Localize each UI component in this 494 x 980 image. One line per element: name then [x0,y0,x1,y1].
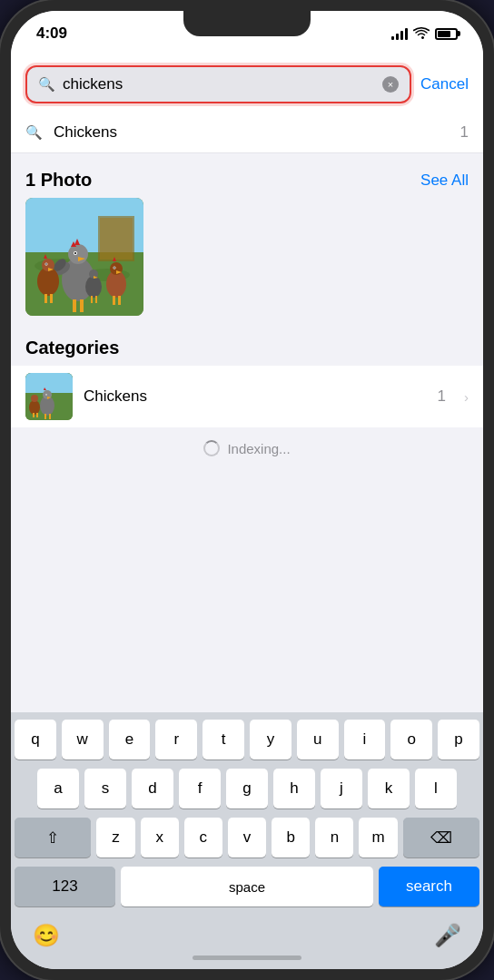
key-i[interactable]: i [344,720,386,760]
mic-icon[interactable]: 🎤 [434,923,461,948]
cancel-button[interactable]: Cancel [420,75,469,93]
photo-thumbnail[interactable] [25,198,143,316]
svg-rect-31 [113,296,115,305]
phone-screen: 4:09 🔍 chickens × [11,11,483,969]
key-n[interactable]: n [315,818,353,858]
phone-frame: 4:09 🔍 chickens × [0,0,494,980]
svg-rect-23 [44,294,47,303]
wifi-icon [413,27,430,40]
svg-rect-15 [73,299,76,312]
status-icons [391,27,458,40]
key-x[interactable]: x [141,818,179,858]
content-area: 🔍 Chickens 1 1 Photo See All [11,113,483,712]
key-d[interactable]: d [132,769,173,808]
key-numbers[interactable]: 123 [15,867,115,906]
suggestion-count: 1 [460,123,469,142]
key-g[interactable]: g [226,769,268,808]
search-magnifier-icon: 🔍 [38,76,55,93]
svg-point-33 [85,276,102,298]
see-all-photos-button[interactable]: See All [420,172,469,190]
category-row[interactable]: Chickens 1 › [11,366,483,427]
svg-point-45 [46,395,47,396]
bottom-bar: 😊 🎤 [11,919,483,956]
key-r[interactable]: r [155,720,197,760]
search-input-wrapper: 🔍 chickens × [25,65,411,103]
key-y[interactable]: y [250,720,291,760]
keyboard-row-3: ⇧ z x c v b n m ⌫ [15,818,479,858]
suggestion-row[interactable]: 🔍 Chickens 1 [11,113,483,153]
home-indicator-area [11,956,483,969]
category-count: 1 [438,387,446,406]
category-name: Chickens [84,387,427,406]
svg-rect-39 [25,373,73,393]
svg-rect-37 [95,296,97,303]
clear-button[interactable]: × [382,76,399,93]
svg-rect-50 [33,413,35,417]
key-l[interactable]: l [415,769,457,808]
suggestion-text: Chickens [54,123,450,142]
key-s[interactable]: s [84,769,126,808]
key-c[interactable]: c [184,818,222,858]
key-space[interactable]: space [121,867,373,906]
search-input[interactable]: chickens [63,75,375,93]
key-e[interactable]: e [109,720,151,760]
svg-rect-51 [36,413,38,417]
keyboard: q w e r t y u i o p a s d f g h j k [11,712,483,919]
signal-icon [391,27,408,40]
key-j[interactable]: j [321,769,362,808]
svg-rect-47 [49,414,51,419]
search-bar-area: 🔍 chickens × Cancel [11,56,483,113]
svg-point-12 [74,252,76,254]
keyboard-row-2: a s d f g h j k l [15,769,479,808]
key-backspace[interactable]: ⌫ [403,818,479,858]
key-shift[interactable]: ⇧ [15,818,91,858]
categories-section: Categories [11,330,483,427]
photo-section [11,198,483,330]
key-z[interactable]: z [96,818,134,858]
key-w[interactable]: w [62,720,104,760]
status-time: 4:09 [36,24,67,43]
notch [183,11,311,36]
key-search[interactable]: search [379,867,479,906]
keyboard-row-1: q w e r t y u i o p [15,720,479,760]
battery-icon [435,28,458,40]
key-q[interactable]: q [15,720,56,760]
photos-section-header: 1 Photo See All [11,153,483,198]
indexing-text: Indexing... [227,441,290,456]
svg-point-49 [31,395,38,402]
suggestion-search-icon: 🔍 [25,124,43,141]
key-v[interactable]: v [228,818,266,858]
indexing-spinner [203,440,220,456]
emoji-icon[interactable]: 😊 [33,923,60,948]
home-bar [193,956,301,960]
key-k[interactable]: k [368,769,410,808]
key-u[interactable]: u [297,720,339,760]
svg-rect-46 [44,414,46,419]
indexing-row: Indexing... [11,427,483,469]
svg-rect-32 [118,296,121,305]
key-p[interactable]: p [438,720,479,760]
svg-point-22 [45,263,47,265]
key-m[interactable]: m [359,818,397,858]
svg-rect-24 [50,294,53,303]
key-a[interactable]: a [37,769,79,808]
photos-section-title: 1 Photo [25,170,92,191]
key-f[interactable]: f [179,769,221,808]
key-t[interactable]: t [203,720,244,760]
svg-rect-5 [100,218,133,260]
key-b[interactable]: b [272,818,310,858]
svg-rect-36 [91,296,93,303]
chevron-right-icon: › [464,389,469,405]
categories-title: Categories [25,338,119,358]
svg-point-30 [114,267,115,269]
categories-header: Categories [11,330,483,366]
category-thumbnail [25,373,73,420]
svg-point-48 [29,400,40,415]
key-o[interactable]: o [390,720,432,760]
keyboard-row-4: 123 space search [15,867,479,906]
svg-rect-16 [80,299,84,312]
key-h[interactable]: h [273,769,315,808]
